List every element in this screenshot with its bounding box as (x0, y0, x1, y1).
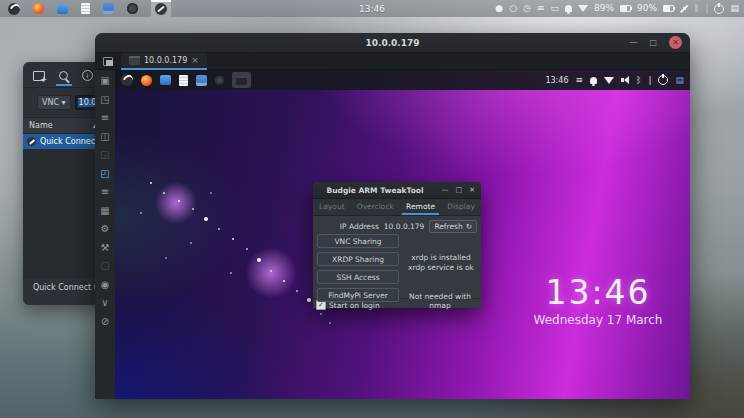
tab-10-0-0-179[interactable]: 10.0.0.179 × (121, 52, 207, 70)
remote-desktop-viewport[interactable]: 13:46 ≡ ᛒ | ▤ 13:46 Wednesday 17 March (115, 70, 690, 399)
statusbar-text: Quick Connect (/ (23, 279, 103, 292)
tweaktool-window-icon (236, 76, 247, 85)
remmina-toolbar: i (23, 62, 103, 88)
tools-wrench-icon[interactable]: ⚒ (101, 243, 110, 253)
tweaktool-tabs: Layout Overclock Remote Display (313, 199, 481, 216)
connect-tool-icon[interactable]: ▣ (100, 76, 109, 86)
remote-active-app-tweaktool[interactable] (232, 72, 251, 88)
findmypi-server-button[interactable]: FindMyPi Server (317, 288, 399, 302)
chevron-down-icon: ▾ (62, 98, 66, 107)
remote-files-icon[interactable] (160, 75, 171, 85)
remote-bluetooth-icon[interactable]: ᛒ (636, 76, 641, 85)
tab-remote[interactable]: Remote (402, 199, 439, 215)
close-button[interactable]: ✕ (669, 36, 682, 49)
remote-tasklist-icon[interactable]: ▤ (675, 76, 684, 85)
remote-wifi-icon[interactable] (604, 77, 614, 84)
disconnect-icon[interactable]: ⊘ (101, 317, 109, 327)
viewer-window-controls: — □ ✕ (629, 36, 690, 49)
tweaktool-title: Budgie ARM TweakTool (313, 186, 437, 195)
remote-notifications-icon[interactable] (590, 77, 597, 84)
dynamic-resolution-icon[interactable]: ◫ (100, 132, 109, 142)
search-active-underline (56, 84, 72, 86)
remote-firefox-icon[interactable] (141, 75, 152, 86)
remote-clock[interactable]: 13:46 (545, 76, 568, 85)
new-window-icon[interactable]: ▢ (100, 261, 109, 271)
sharing-buttons: VNC Sharing XRDP Sharing SSH Access Find… (317, 234, 399, 302)
remmina-main-window: i VNC ▾ 10.0 Name ▴ Quick Connect Quick … (23, 62, 103, 305)
info-button[interactable]: i (82, 70, 93, 81)
tweaktool-close-button[interactable]: ✕ (469, 186, 475, 194)
connection-icon (27, 137, 36, 146)
battery2-icon[interactable] (663, 5, 674, 12)
tab-screen-icon (129, 56, 140, 65)
refresh-label: Refresh (434, 222, 462, 231)
screenshot-camera-icon[interactable]: ◉ (101, 280, 110, 290)
ip-address-row: IP Address 10.0.0.179 Refresh ↻ (313, 216, 481, 234)
remote-menu-icon[interactable]: ≡ (575, 76, 583, 85)
new-connection-button[interactable] (33, 71, 45, 81)
tweaktool-maximize-button[interactable]: □ (456, 186, 463, 194)
info-icon: i (82, 70, 93, 81)
tab-close-icon[interactable]: × (191, 55, 199, 65)
tweaktool-minimize-button[interactable]: — (442, 186, 449, 194)
tweaktool-dialog: Budgie ARM TweakTool — □ ✕ Layout Overcl… (313, 182, 481, 308)
viewer-body: ▣ ◳ ≡ ◫ ◲ ◰ ≡ ▦ ⚙ ⚒ ▢ ◉ ∨ ⊘ (95, 70, 690, 399)
connection-label: Quick Connect (40, 137, 98, 146)
options-menu-icon[interactable]: ≡ (101, 187, 109, 197)
minimize-button[interactable]: — (629, 39, 637, 47)
xrdp-sharing-button[interactable]: XRDP Sharing (317, 252, 399, 266)
desktop-clock-widget: 13:46 Wednesday 17 March (523, 276, 673, 327)
remote-launcher-area (115, 70, 251, 90)
clock-time: 13:46 (523, 276, 673, 311)
keyboard-grab-icon[interactable]: ▦ (100, 206, 109, 216)
viewer-titlebar[interactable]: 10.0.0.179 — □ ✕ (95, 33, 690, 53)
add-window-icon (33, 71, 45, 81)
location-off-icon[interactable] (680, 5, 688, 13)
tweaktool-window-controls: — □ ✕ (442, 186, 482, 194)
protocol-dropdown[interactable]: VNC ▾ (37, 95, 71, 110)
name-header-label: Name (29, 121, 53, 130)
maximize-button[interactable]: □ (649, 39, 657, 47)
power-icon[interactable] (714, 4, 724, 14)
xrdp-status-text: xrdp is installed xrdp service is ok (405, 253, 477, 273)
ip-address-label: IP Address (340, 222, 379, 231)
vnc-sharing-button[interactable]: VNC Sharing (317, 234, 399, 248)
menu-tool-icon[interactable]: ≡ (101, 113, 109, 123)
scaled-mode-icon[interactable]: ◲ (100, 150, 109, 160)
connection-row-quick-connect[interactable]: Quick Connect (23, 134, 103, 149)
remote-software-icon[interactable] (196, 75, 207, 86)
fullscreen-tool-icon[interactable]: ◳ (100, 95, 109, 105)
notifications-icon[interactable] (565, 5, 572, 12)
ip-address-value: 10.0.0.179 (384, 222, 425, 231)
remote-volume-icon[interactable] (621, 76, 629, 84)
desktop: 13:46 ● ○ ◷ ≡ ▭ 89% 90% ᛒ | ▤ (0, 0, 744, 418)
wallpaper-glow (153, 180, 199, 226)
tab-layout[interactable]: Layout (315, 199, 349, 215)
remote-text-editor-icon[interactable] (179, 75, 188, 86)
remmina-viewer-window: 10.0.0.179 — □ ✕ 10.0.0.179 × ▣ ◳ ≡ ◫ ◲ … (95, 33, 690, 397)
remote-top-panel: 13:46 ≡ ᛒ | ▤ (115, 70, 690, 90)
tweaktool-titlebar[interactable]: Budgie ARM TweakTool — □ ✕ (313, 182, 481, 199)
remote-app-icon[interactable] (215, 76, 224, 85)
refresh-button[interactable]: Refresh ↻ (429, 220, 477, 233)
tab-display[interactable]: Display (443, 199, 479, 215)
tab-overclock[interactable]: Overclock (353, 199, 398, 215)
scaling-active-icon[interactable]: ◰ (100, 169, 109, 179)
xrdp-status-line2: xrdp service is ok (405, 263, 477, 273)
battery1-icon[interactable] (620, 5, 631, 12)
host-clock[interactable]: 13:46 (0, 4, 744, 14)
search-button[interactable] (59, 71, 68, 80)
search-icon (59, 71, 68, 80)
fullscreen-icon[interactable] (103, 57, 113, 66)
preferences-gear-icon[interactable]: ⚙ (101, 224, 110, 234)
name-column-header[interactable]: Name ▴ (23, 117, 103, 134)
connection-list-empty (23, 149, 103, 279)
minimize-toolbar-icon[interactable]: ∨ (101, 298, 108, 308)
viewer-sidebar-toolbar: ▣ ◳ ≡ ◫ ◲ ◰ ≡ ▦ ⚙ ⚒ ▢ ◉ ∨ ⊘ (95, 70, 115, 399)
findmypi-status-text: Not needed with nmap (401, 292, 479, 310)
remote-budgie-menu-icon[interactable] (121, 74, 133, 86)
ssh-access-button[interactable]: SSH Access (317, 270, 399, 284)
clock-date: Wednesday 17 March (523, 313, 673, 327)
remote-power-icon[interactable] (658, 75, 668, 85)
xrdp-status-line1: xrdp is installed (405, 253, 477, 263)
